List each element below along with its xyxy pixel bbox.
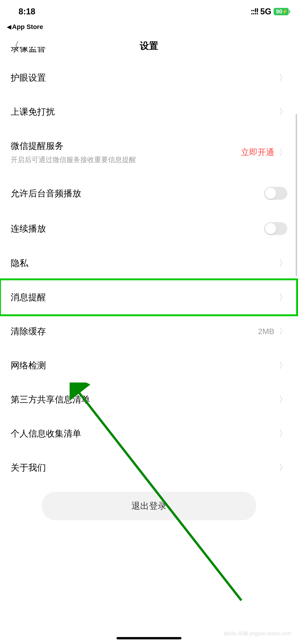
watermark: Baidu 经验 jingyan.baidu.com	[224, 630, 291, 637]
scrollbar[interactable]	[296, 114, 297, 276]
setting-label: 清除缓存	[11, 326, 46, 337]
logout-button[interactable]: 退出登录	[42, 492, 256, 520]
setting-label: 个人信息收集清单	[11, 428, 81, 440]
chevron-right-icon: 〉	[279, 147, 287, 158]
setting-row-personal-info-collect[interactable]: 个人信息收集清单 〉	[0, 416, 298, 451]
setting-label: 录像监督	[0, 47, 46, 54]
status-time: 8:18	[19, 7, 35, 16]
logout-label: 退出登录	[131, 501, 167, 511]
setting-row-eye-protection[interactable]: 护眼设置 〉	[0, 61, 298, 95]
setting-label: 护眼设置	[11, 72, 46, 84]
battery-indicator: 90 ⚡	[274, 8, 289, 15]
setting-label: 上课免打扰	[11, 106, 55, 118]
activate-action[interactable]: 立即开通	[241, 147, 274, 158]
battery-level: 90	[276, 8, 282, 15]
setting-sublabel: 开启后可通过微信服务接收重要信息提醒	[11, 155, 136, 164]
setting-row-message-reminder[interactable]: 消息提醒 〉	[0, 280, 298, 314]
setting-label: 允许后台音频播放	[11, 188, 81, 199]
chevron-right-icon: 〉	[279, 326, 287, 337]
back-arrow-icon: ◀	[7, 24, 11, 30]
cache-size: 2MB	[258, 327, 274, 336]
setting-row-clear-cache[interactable]: 清除缓存 2MB 〉	[0, 314, 298, 348]
setting-row-background-audio: 允许后台音频播放	[0, 176, 298, 211]
setting-label: 网络检测	[11, 360, 46, 372]
toggle-switch[interactable]	[264, 222, 287, 235]
setting-row-third-party-share[interactable]: 第三方共享信息清单 〉	[0, 382, 298, 416]
setting-row-privacy[interactable]: 隐私 〉	[0, 246, 298, 280]
setting-row-about-us[interactable]: 关于我们 〉	[0, 451, 298, 485]
setting-label: 第三方共享信息清单	[11, 394, 90, 406]
network-type: 5G	[260, 7, 271, 16]
setting-label: 消息提醒	[11, 292, 46, 303]
toggle-switch[interactable]	[264, 187, 287, 200]
status-right: ::!! 5G 90 ⚡	[250, 7, 289, 16]
setting-row-do-not-disturb[interactable]: 上课免打扰 〉	[0, 95, 298, 129]
signal-icon: ::!!	[250, 7, 258, 16]
setting-row-wechat-reminder[interactable]: 微信提醒服务 开启后可通过微信服务接收重要信息提醒 立即开通 〉	[0, 129, 298, 176]
home-indicator[interactable]	[117, 637, 181, 639]
chevron-right-icon: 〉	[279, 394, 287, 405]
setting-label: 微信提醒服务	[11, 140, 136, 152]
setting-row-continuous-play: 连续播放	[0, 211, 298, 246]
chevron-right-icon: 〉	[279, 428, 287, 439]
chevron-right-icon: 〉	[279, 258, 287, 269]
setting-label: 连续播放	[11, 223, 46, 234]
chevron-right-icon: 〉	[279, 462, 287, 474]
setting-row-network-check[interactable]: 网络检测 〉	[0, 348, 298, 382]
chevron-right-icon: 〉	[279, 106, 287, 118]
back-to-app-link[interactable]: ◀ App Store	[0, 23, 298, 35]
chevron-right-icon: 〉	[279, 292, 287, 303]
setting-row-partial[interactable]: 录像监督	[0, 47, 298, 61]
chevron-right-icon: 〉	[279, 72, 287, 84]
back-app-label: App Store	[12, 23, 43, 30]
setting-label: 关于我们	[11, 462, 46, 474]
settings-list: 录像监督 护眼设置 〉 上课免打扰 〉 微信提醒服务 开启后可通过微信服务接收重…	[0, 47, 298, 520]
charging-icon: ⚡	[282, 9, 287, 14]
status-bar: 8:18 ::!! 5G 90 ⚡	[0, 0, 298, 23]
chevron-right-icon: 〉	[279, 360, 287, 371]
setting-label: 隐私	[11, 257, 28, 269]
